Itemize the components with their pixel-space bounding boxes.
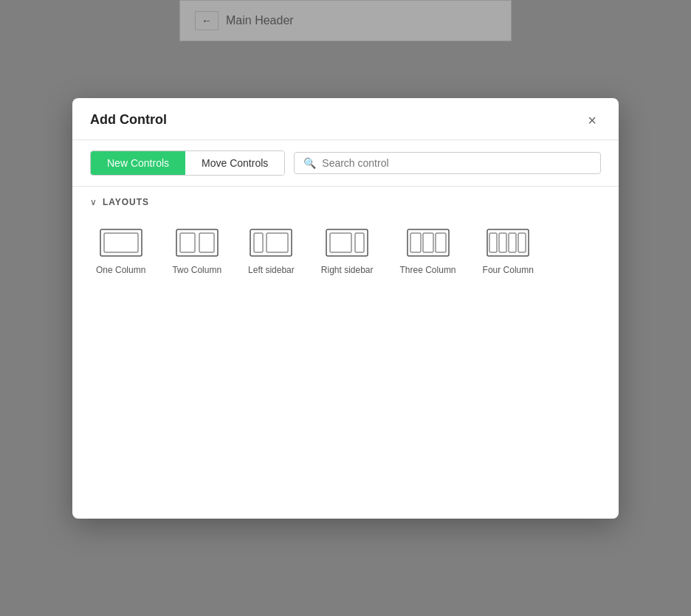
layout-item-left-sidebar[interactable]: Left sidebar — [242, 222, 300, 281]
svg-rect-7 — [267, 233, 288, 252]
add-control-modal: Add Control × New Controls Move Controls… — [72, 98, 619, 519]
layouts-grid: One Column Two Column Left sidebar — [72, 215, 619, 299]
layout-item-three-column[interactable]: Three Column — [394, 222, 462, 281]
search-icon: 🔍 — [303, 157, 316, 169]
three-column-label: Three Column — [400, 265, 456, 275]
one-column-label: One Column — [96, 265, 145, 275]
svg-rect-9 — [330, 233, 351, 252]
three-column-icon — [406, 228, 450, 257]
layout-item-two-column[interactable]: Two Column — [166, 222, 227, 281]
svg-rect-1 — [104, 233, 138, 252]
tab-group: New Controls Move Controls — [90, 150, 285, 176]
svg-rect-13 — [423, 233, 433, 252]
left-sidebar-label: Left sidebar — [248, 265, 295, 275]
two-column-icon — [175, 228, 219, 257]
svg-rect-19 — [518, 233, 526, 252]
modal-body: ∨ LAYOUTS One Column Two Column — [72, 187, 619, 519]
svg-rect-4 — [199, 233, 214, 252]
layouts-section-title: LAYOUTS — [103, 197, 149, 207]
svg-rect-18 — [509, 233, 516, 252]
svg-rect-3 — [180, 233, 195, 252]
search-input[interactable] — [322, 157, 591, 169]
tab-move-controls[interactable]: Move Controls — [185, 151, 284, 175]
layout-item-right-sidebar[interactable]: Right sidebar — [315, 222, 379, 281]
modal-toolbar: New Controls Move Controls 🔍 — [72, 140, 619, 187]
svg-rect-17 — [499, 233, 506, 252]
two-column-label: Two Column — [172, 265, 221, 275]
modal-close-button[interactable]: × — [583, 111, 601, 129]
right-sidebar-icon — [325, 228, 369, 257]
modal-title: Add Control — [90, 112, 167, 128]
four-column-label: Four Column — [483, 265, 534, 275]
right-sidebar-label: Right sidebar — [321, 265, 374, 275]
layouts-section-header: ∨ LAYOUTS — [72, 187, 619, 215]
layout-item-four-column[interactable]: Four Column — [477, 222, 540, 281]
layout-item-one-column[interactable]: One Column — [90, 222, 151, 281]
search-box: 🔍 — [294, 152, 601, 174]
svg-rect-10 — [355, 233, 364, 252]
chevron-down-icon: ∨ — [90, 197, 97, 207]
tab-new-controls[interactable]: New Controls — [91, 151, 185, 175]
svg-rect-16 — [489, 233, 497, 252]
modal-header: Add Control × — [72, 98, 619, 140]
one-column-icon — [99, 228, 143, 257]
four-column-icon — [486, 228, 530, 257]
svg-rect-12 — [410, 233, 421, 252]
svg-rect-6 — [254, 233, 263, 252]
left-sidebar-icon — [249, 228, 293, 257]
svg-rect-14 — [436, 233, 446, 252]
